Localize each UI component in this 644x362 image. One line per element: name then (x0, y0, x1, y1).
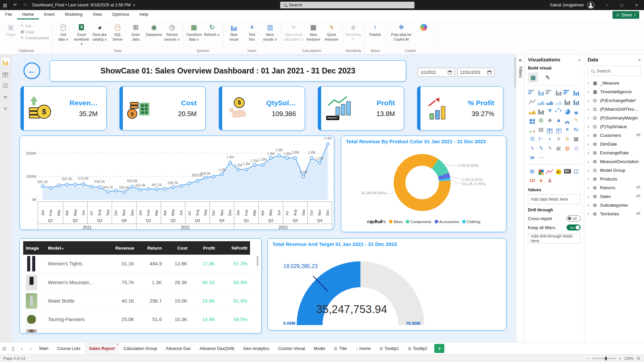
treemap-icon[interactable] (528, 116, 536, 124)
expand-chevron-icon[interactable]: › (588, 133, 591, 138)
expand-chevron-icon[interactable]: › (588, 194, 591, 199)
field-products[interactable]: ›⊞Products (588, 174, 641, 183)
onelake-button[interactable]: ◕OneLakecatalog ∨ (91, 20, 109, 42)
legend-item-bikes[interactable]: Bikes (389, 220, 403, 224)
share-button[interactable]: ↗ Share ∨ (612, 11, 639, 19)
revenue-target-gauge[interactable]: Total Revenue And Target 01 Jan 2021 - 3… (267, 238, 506, 330)
page-tab-title[interactable]: ▥Title (330, 343, 351, 355)
python-visual-icon[interactable]: Py (572, 126, 580, 133)
field-timeintelligence[interactable]: ›▦TimeIntelligence (588, 87, 641, 96)
metrics-icon[interactable]: ♕ (563, 135, 572, 143)
stacked-bar-chart-icon[interactable] (528, 88, 536, 96)
menu-tab-help[interactable]: Help (134, 10, 153, 19)
publish-button[interactable]: ↑Publish (366, 20, 384, 37)
slicer-icon[interactable]: ▤ (537, 126, 545, 133)
cross-report-toggle[interactable]: Off (566, 215, 581, 221)
matrix-icon[interactable] (555, 126, 563, 133)
excel-button[interactable]: XExcelworkbook ∨ (72, 20, 91, 46)
expand-filters-icon[interactable]: « (519, 57, 522, 63)
stacked-column-chart-icon[interactable] (537, 88, 545, 96)
page-tab-geo-analytics[interactable]: Geo-Analytics (239, 343, 274, 355)
expand-chevron-icon[interactable]: › (588, 185, 591, 190)
title-caret-icon[interactable]: ▼ (133, 4, 135, 7)
page-tab-advance-dax-drill-[interactable]: Advance Dax(Drill) (195, 343, 239, 355)
legend-item-clothing[interactable]: Clothing (462, 220, 480, 224)
table-icon[interactable] (546, 126, 554, 133)
field--p-matrixdrillthrough[interactable]: ›⊡(P)MatrixDrillThrough (588, 105, 641, 113)
image-visual-icon[interactable]: ▣ (555, 145, 563, 152)
table-row[interactable]: Water Bottle40.1K296.715.0K24.8K61.9% (23, 292, 250, 310)
scatter-chart-icon[interactable] (555, 107, 563, 114)
avatar[interactable] (587, 2, 594, 9)
build-visual-mode-icon[interactable]: ▦ (528, 72, 538, 83)
fish-visual-icon[interactable]: ● (537, 177, 545, 184)
collapse-visualizations-icon[interactable]: » (578, 57, 581, 62)
field-subcategories[interactable]: ›⊞Subcategories (588, 201, 641, 209)
filled-map-icon[interactable]: ◆ (546, 116, 554, 124)
nav-dax-query-view[interactable]: fx (1, 93, 10, 101)
page-tab-tooltip1[interactable]: ▥Tooltip1 (375, 343, 403, 355)
card-icon[interactable]: ϟ (572, 116, 580, 124)
stacked-area-chart-icon[interactable] (546, 98, 554, 105)
text-box-button[interactable]: ATextbox (243, 20, 261, 42)
waterfall-chart-icon[interactable] (537, 107, 545, 114)
kpi-card-%profit[interactable]: % Profit39.27% (417, 86, 503, 131)
menu-tab-insert[interactable]: Insert (39, 10, 60, 19)
page-tab-calculation-group[interactable]: Calculation Group (119, 343, 161, 355)
field-territories[interactable]: ›⊞Territories (588, 209, 641, 218)
page-tab-sales-report[interactable]: Sales Report× (85, 343, 119, 355)
100-stacked-area-chart-icon[interactable] (555, 98, 563, 105)
date-to-picker[interactable]: 12/31/2023 (457, 68, 494, 77)
cut-button[interactable]: ✂Cut (20, 23, 49, 28)
legend-item-components[interactable]: Components (406, 220, 431, 224)
expand-chevron-icon[interactable]: › (588, 115, 591, 120)
ribbon-chart-icon[interactable] (528, 107, 536, 114)
more-visuals-button[interactable]: ▥Morevisuals ∨ (261, 20, 279, 42)
bc-news-visual-icon[interactable]: BC (563, 167, 572, 175)
line-and-clustered-column-chart-icon[interactable] (572, 98, 580, 105)
kpi-card-profit[interactable]: PROFITProfit13.8M (318, 86, 404, 131)
expand-chevron-icon[interactable]: › (588, 89, 591, 94)
enter-data-button[interactable]: ⊞Enterdata (127, 20, 145, 42)
sql-button[interactable]: SQLServer (109, 20, 127, 42)
arcgis-map-icon[interactable]: ◍ (563, 145, 572, 152)
expand-chevron-icon[interactable]: › (588, 168, 591, 173)
zoom-slider[interactable] (592, 358, 616, 359)
legend-item-accessories[interactable]: Accessories (435, 220, 459, 224)
field--p-summarymargin[interactable]: ›⊡(P)SummaryMargin (588, 113, 641, 122)
maximize-button[interactable]: □ (614, 0, 629, 10)
power-apps-visual-icon[interactable]: ϟ (528, 145, 536, 152)
donut-chart-icon[interactable] (572, 107, 580, 114)
next-page-arrow[interactable]: › (26, 346, 35, 351)
nav-table-view[interactable] (1, 69, 10, 78)
global-search-input[interactable]: Search (280, 2, 414, 8)
expand-chevron-icon[interactable]: › (588, 98, 591, 103)
qa-visual-icon[interactable]: ◗ (546, 135, 554, 143)
mobile-view-icon[interactable]: ▯ (9, 346, 17, 351)
scenery-image-visual-icon[interactable]: ▣ (528, 167, 536, 175)
paste-button[interactable]: ▣ Paste (2, 20, 20, 37)
page-tab-home[interactable]: ⌂Home (351, 343, 375, 355)
page-tab-tooltip2[interactable]: ▥Tooltip2 (403, 343, 432, 355)
nav-report-view[interactable] (1, 57, 10, 66)
expand-chevron-icon[interactable]: › (588, 150, 591, 155)
keep-all-filters-toggle[interactable]: On (566, 224, 581, 230)
fields-search-input[interactable]: Search (588, 66, 641, 76)
zoom-in-icon[interactable]: + (619, 356, 621, 360)
canvas-scrollbar[interactable] (513, 54, 516, 342)
line-and-stacked-column-chart-icon[interactable] (563, 98, 572, 105)
date-from-picker[interactable]: 1/1/2021 (418, 68, 455, 77)
funnel-chart-icon[interactable]: ▼ (546, 107, 554, 114)
copilot-button[interactable] (415, 20, 433, 33)
page-tab-custom-visual[interactable]: Custom Visual (274, 343, 309, 355)
column-header-cost[interactable]: Cost (164, 241, 190, 255)
smart-narrative-icon[interactable]: ≡ (555, 135, 563, 143)
transform-button[interactable]: ▦Transformdata ∨ (185, 20, 203, 42)
expand-chevron-icon[interactable]: › (588, 203, 591, 208)
page-tab-advance-dax[interactable]: Advance Dax (161, 343, 195, 355)
field-exchangerate[interactable]: ›⊞ExchangeRate (588, 148, 641, 157)
column-header-revenue[interactable]: Revenue (103, 241, 137, 255)
refresh-button[interactable]: ↻Refresh ∨ (203, 20, 221, 37)
nav-model-view[interactable]: ◫ (1, 81, 10, 90)
kpi-card-reven[interactable]: $Reven…35.2M (20, 86, 107, 131)
